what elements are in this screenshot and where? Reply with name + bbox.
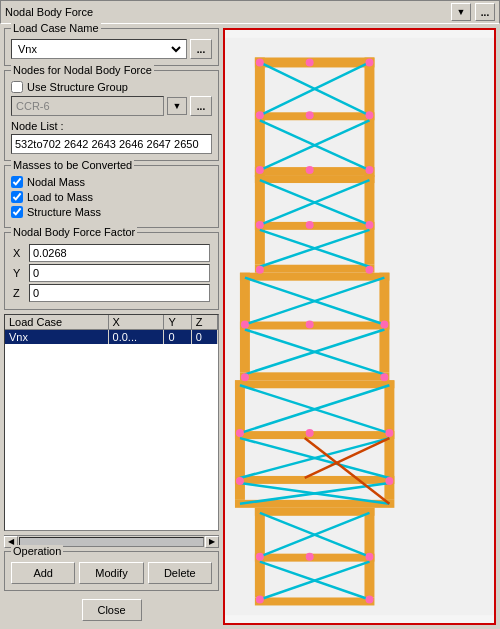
- z-input[interactable]: [29, 284, 210, 302]
- table-header-row: Load Case X Y Z: [5, 315, 218, 330]
- structure-svg: [225, 30, 494, 623]
- svg-point-59: [306, 166, 314, 174]
- structure-mass-label: Structure Mass: [27, 206, 101, 218]
- title-dropdown[interactable]: ▼: [451, 3, 471, 21]
- svg-rect-21: [240, 273, 389, 281]
- group-select: CCR-6: [11, 96, 164, 116]
- svg-rect-31: [235, 431, 394, 439]
- x-row: X: [11, 243, 212, 263]
- nodal-mass-row: Nodal Mass: [11, 176, 212, 188]
- load-mass-row: Load to Mass: [11, 191, 212, 203]
- z-row: Z: [11, 283, 212, 303]
- structure-mass-row: Structure Mass: [11, 206, 212, 218]
- svg-point-72: [306, 429, 314, 437]
- svg-point-70: [236, 429, 244, 437]
- col-y: Y: [164, 315, 191, 330]
- load-case-select-input[interactable]: Vnx: [14, 42, 184, 56]
- svg-point-56: [306, 111, 314, 119]
- load-case-group: Load Case Name Vnx ...: [4, 28, 219, 66]
- svg-rect-22: [240, 322, 389, 330]
- svg-point-76: [365, 553, 373, 561]
- svg-point-55: [365, 111, 373, 119]
- use-structure-checkbox[interactable]: [11, 81, 23, 93]
- delete-button[interactable]: Delete: [148, 562, 212, 584]
- window-title: Nodal Body Force: [5, 6, 447, 18]
- svg-point-58: [365, 166, 373, 174]
- structure-visualization: [223, 28, 496, 625]
- content-area: Load Case Name Vnx ... Nodes for Nodal B…: [0, 24, 500, 629]
- svg-rect-46: [255, 597, 375, 605]
- operation-label: Operation: [11, 545, 63, 557]
- group-btn: ...: [190, 96, 212, 116]
- add-button[interactable]: Add: [11, 562, 75, 584]
- load-case-row: Vnx ...: [11, 39, 212, 59]
- svg-rect-12: [255, 175, 375, 183]
- scroll-right-button[interactable]: ▶: [205, 536, 219, 548]
- load-to-mass-label: Load to Mass: [27, 191, 93, 203]
- svg-rect-11: [364, 175, 374, 265]
- svg-point-52: [365, 58, 373, 66]
- svg-point-51: [256, 58, 264, 66]
- operation-group: Operation Add Modify Delete: [4, 551, 219, 591]
- svg-point-60: [256, 221, 264, 229]
- load-table: Load Case X Y Z Vnx 0.0... 0 0: [5, 315, 218, 344]
- svg-rect-14: [255, 265, 375, 273]
- force-factor-group: Nodal Body Force Factor X Y: [4, 232, 219, 310]
- svg-point-61: [365, 221, 373, 229]
- svg-point-71: [385, 429, 393, 437]
- node-list-input[interactable]: [11, 134, 212, 154]
- masses-group: Masses to be Converted Nodal Mass Load t…: [4, 165, 219, 228]
- load-case-label: Load Case Name: [11, 22, 101, 34]
- use-structure-row: Use Structure Group: [11, 81, 212, 93]
- y-cell: [27, 263, 212, 283]
- svg-point-57: [256, 166, 264, 174]
- nodal-mass-label: Nodal Mass: [27, 176, 85, 188]
- table-row[interactable]: Vnx 0.0... 0 0: [5, 330, 218, 345]
- svg-point-65: [241, 321, 249, 329]
- x-cell: [27, 243, 212, 263]
- close-button[interactable]: Close: [82, 599, 142, 621]
- y-input[interactable]: [29, 264, 210, 282]
- title-dots-button[interactable]: ...: [475, 3, 495, 21]
- svg-point-67: [306, 321, 314, 329]
- x-input[interactable]: [29, 244, 210, 262]
- svg-point-66: [380, 321, 388, 329]
- svg-rect-23: [240, 372, 389, 380]
- load-case-btn[interactable]: ...: [190, 39, 212, 59]
- cell-load-case: Vnx: [5, 330, 108, 345]
- svg-rect-10: [255, 175, 265, 265]
- svg-rect-44: [255, 508, 375, 516]
- cell-y: 0: [164, 330, 191, 345]
- y-label: Y: [11, 263, 27, 283]
- col-x: X: [108, 315, 164, 330]
- dropdown-arrow-icon: ▼: [457, 7, 466, 17]
- modify-button[interactable]: Modify: [79, 562, 143, 584]
- operation-buttons: Add Modify Delete: [11, 562, 212, 584]
- svg-rect-32: [235, 476, 394, 484]
- svg-point-78: [256, 596, 264, 604]
- load-table-container: Load Case X Y Z Vnx 0.0... 0 0: [4, 314, 219, 531]
- z-cell: [27, 283, 212, 303]
- svg-point-79: [365, 596, 373, 604]
- svg-rect-13: [255, 222, 375, 230]
- cell-x: 0.0...: [108, 330, 164, 345]
- group-dropdown-arrow: ▼: [167, 97, 187, 115]
- nodes-group: Nodes for Nodal Body Force Use Structure…: [4, 70, 219, 161]
- masses-label: Masses to be Converted: [11, 159, 134, 171]
- svg-rect-3: [255, 58, 375, 68]
- svg-point-62: [306, 221, 314, 229]
- svg-point-68: [241, 373, 249, 381]
- main-window: Nodal Body Force ▼ ... Load Case Name Vn…: [0, 0, 500, 629]
- structure-mass-checkbox[interactable]: [11, 206, 23, 218]
- y-row: Y: [11, 263, 212, 283]
- load-to-mass-checkbox[interactable]: [11, 191, 23, 203]
- svg-point-64: [365, 266, 373, 274]
- force-factor-label: Nodal Body Force Factor: [11, 226, 137, 238]
- load-case-select[interactable]: Vnx: [11, 39, 187, 59]
- use-structure-label: Use Structure Group: [27, 81, 128, 93]
- close-row: Close: [4, 595, 219, 625]
- nodal-mass-checkbox[interactable]: [11, 176, 23, 188]
- svg-point-63: [256, 266, 264, 274]
- xyz-table: X Y Z: [11, 243, 212, 303]
- svg-point-75: [256, 553, 264, 561]
